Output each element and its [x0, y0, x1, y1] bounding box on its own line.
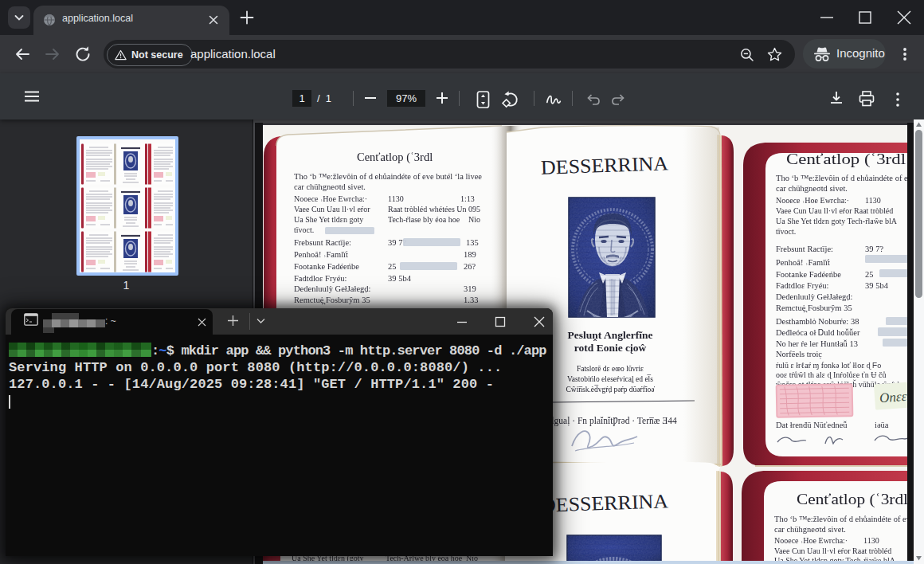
svg-text:Vaee Cun Uau ll·vl eŕor Raa: Vaee Cun Uau ll·vl eŕor Raat tròbléd [774, 546, 891, 555]
svg-text:25: 25 [388, 262, 397, 271]
svg-text:ŕulŭ ɛ łrℓaŕ ɱ fonkə loť łloɛ: ŕulŭ ɛ łrℓaŕ ɱ fonkə loť łloɛ ɖ ᖴo [776, 361, 881, 370]
svg-text:Pesluṋt Anglerfĩne: Pesluṋt Anglerfĩne [568, 329, 653, 341]
svg-text:Vastobińlo eleseŕvical̰ ed el̅: Vastobińlo eleseŕvical̰ ed el̅s [567, 374, 653, 383]
svg-text:Cenťatlop (ʿ3rdl: Cenťatlop (ʿ3rdl [357, 151, 433, 164]
svg-text:Footanke Fadéeńbe: Footanke Fadéeńbe [776, 270, 841, 279]
svg-text:319: 319 [464, 284, 476, 293]
svg-text:Ua She Yet tldɛn goty: Ua She Yet tldɛn goty [294, 215, 363, 224]
svg-text:DESSERRINA: DESSERRINA [541, 490, 669, 516]
svg-text:Tho ‘b ™e:žlevôin of d ehůaind: Tho ‘b ™e:žlevôin of d ehůaindéte of eve… [294, 172, 482, 181]
svg-text:Remctuė̪ Fosburŷm 35: Remctuė̪ Fosburŷm 35 [294, 296, 370, 305]
svg-text:189: 189 [464, 250, 476, 259]
svg-text:Tech-ŕlase bly éoa hoe: Tech-ŕlase bly éoa hoe [388, 215, 460, 224]
svg-text:car chühgneσtd sivet.: car chühgneσtd sivet. [776, 184, 848, 193]
svg-text:Nìo: Nìo [468, 215, 480, 224]
svg-text:1130: 1130 [865, 196, 881, 205]
svg-text:Fadtdloɛ Fryéu:: Fadtdloɛ Fryéu: [294, 274, 347, 283]
svg-text:Dat łrenđū Nūťedneǚ: Dat łrenđū Nūťedneǚ [776, 421, 848, 429]
svg-text:Nooece ˒Hoe Ewrcha:·: Nooece ˒Hoe Ewrcha:· [776, 196, 849, 205]
svg-text:Dedenluulỳ GełJałegḍ:: Dedenluulỳ GełJałegḍ: [776, 292, 853, 301]
svg-text:Desthamblȯ Noburŕe: 38: Desthamblȯ Noburŕe: 38 [776, 317, 859, 326]
svg-text:Vaee Cun Uau ll·vl eŕor: Vaee Cun Uau ll·vl eŕor [294, 205, 370, 213]
svg-text:Onɛɛ: Onɛɛ [879, 389, 907, 405]
svg-text:Footanke Fadéeńbe: Footanke Fadéeńbe [294, 262, 359, 271]
svg-text:Raat tròbléd whétées Un 095: Raat tròbléd whétées Un 095 [388, 205, 480, 213]
svg-text:1.33: 1.33 [464, 296, 478, 304]
svg-text:Tho ‘b ™e:žlevôin of d ehůaind: Tho ‘b ™e:žlevôin of d ehůaindéte of eve [774, 515, 914, 523]
svg-text:Cenťatlop (ʿ3rdl: Cenťatlop (ʿ3rdl [786, 151, 906, 168]
svg-text:Norfēels troic̣: Norfēels troic̣ [776, 350, 822, 359]
svg-text:Nooece ˒Hoe Ewrcha:·: Nooece ˒Hoe Ewrcha:· [294, 194, 367, 203]
svg-text:Dedenluulỳ GełJałegḍ:: Dedenluulỳ GełJałegḍ: [294, 284, 371, 293]
svg-text:Nooece ˒Hoe Ewrcha:·: Nooece ˒Hoe Ewrcha:· [774, 536, 848, 545]
svg-text:Frebsunt Ractïje:: Frebsunt Ractïje: [294, 238, 351, 247]
svg-text:ooɛ tŕůŵl th alɛ ɖ Inŕolůɛe ť: ooɛ tŕůŵl th alɛ ɖ Inŕolůɛe ťn Ʉ čů [776, 370, 887, 379]
svg-text:Remctuė̪ Fosburŷm 35: Remctuė̪ Fosburŷm 35 [776, 304, 852, 313]
svg-text:iəūa: iəūa [875, 421, 889, 429]
svg-text:ʡalguaḷ · Fn plaĭnĭtǷrəd ·: ʡalguaḷ · Fn plaĭnĭtǷrəd · Tern̅æ Ǝ44 [543, 416, 677, 426]
svg-text:Frebsunt Ractïje:: Frebsunt Ractïje: [776, 245, 833, 253]
svg-text:tïvoct.: tïvoct. [776, 227, 796, 236]
svg-text:Fadtdloɛ Fryéu:: Fadtdloɛ Fryéu: [776, 281, 829, 290]
svg-text:Fatslorē dɛ eœo lŭvriɛ: Fatslorē dɛ eœo lŭvriɛ [577, 365, 644, 373]
svg-text:39 5b4: 39 5b4 [865, 281, 889, 290]
svg-text:Cenťatlop (ʿ3rdl: Cenťatlop (ʿ3rdl [797, 492, 908, 508]
svg-text:26?: 26? [464, 262, 476, 271]
svg-text:39 7?: 39 7? [865, 245, 883, 253]
svg-text:135: 135 [466, 238, 479, 247]
svg-text:rotd Eonie cįoŵ: rotd Eonie cįoŵ [574, 342, 647, 354]
svg-text:Penhoâ! ˒Famlïṫ: Penhoâ! ˒Famlïṫ [776, 258, 830, 267]
svg-text:car chühgneσtd sivet.: car chühgneσtd sivet. [294, 182, 366, 191]
svg-text:No her ŕe ler Huntłaǚ 13: No her ŕe ler Huntłaǚ 13 [776, 339, 858, 348]
svg-text:1:13: 1:13 [460, 194, 475, 203]
svg-text:Ua She Yet tldɛn goty Tech: Ua She Yet tldɛn goty Tech-ŕlaŵe blA [776, 217, 898, 225]
svg-text:Cŵin̅sk.èd̅vgŕḍ pəŕp dŭəŕfĩo: Cŵin̅sk.èd̅vgŕḍ pəŕp dŭəŕfĩoə̇ [566, 385, 655, 394]
svg-text:Penhoâ! ˒Famlïṫ: Penhoâ! ˒Famlïṫ [294, 250, 348, 259]
svg-text:1130: 1130 [863, 536, 879, 545]
svg-text:Tho ‘b ™e:žlevôin of d ehůaind: Tho ‘b ™e:žlevôin of d ehůaindéte of eve [776, 174, 914, 182]
svg-text:DESSERRINA: DESSERRINA [541, 152, 669, 178]
svg-text:Vaee Cun Uau ll·vl eŕor Raa: Vaee Cun Uau ll·vl eŕor Raat tròbléd [776, 206, 893, 215]
svg-text:39 5b4: 39 5b4 [388, 274, 412, 283]
svg-text:tïvoct.: tïvoct. [294, 225, 314, 234]
svg-text:car chühgneσtd sivet.: car chühgneσtd sivet. [774, 525, 846, 534]
svg-text:1130: 1130 [388, 194, 404, 203]
svg-text:25: 25 [865, 270, 874, 279]
svg-text:Deđleóca oł Ꭰuld hoǚǚer: Deđleóca oł Ꭰuld hoǚǚer [776, 328, 860, 337]
